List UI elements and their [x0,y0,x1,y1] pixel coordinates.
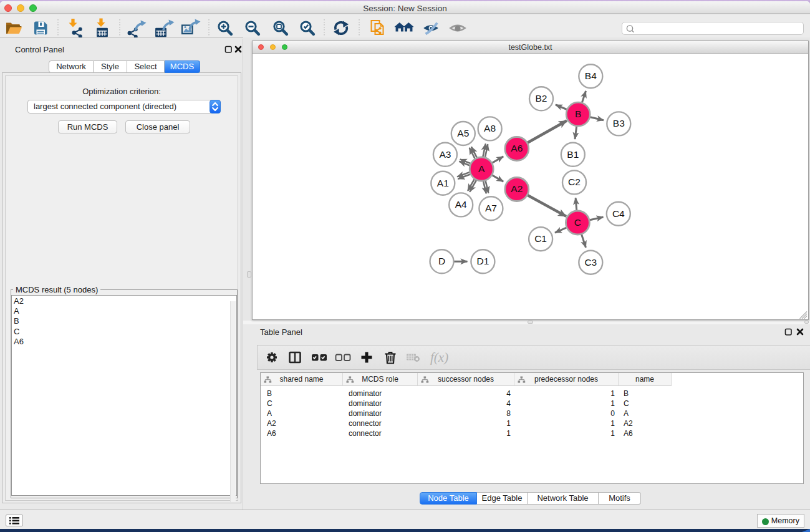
svg-text:C1: C1 [534,233,547,244]
svg-text:B3: B3 [613,118,625,128]
svg-text:C4: C4 [612,208,625,219]
svg-text:A7: A7 [485,203,497,213]
svg-text:A4: A4 [455,199,467,210]
svg-text:D: D [438,256,445,266]
svg-text:B: B [575,109,581,119]
svg-text:A5: A5 [457,128,469,138]
svg-text:C3: C3 [584,257,597,268]
svg-text:f(x): f(x) [430,350,448,365]
svg-text:A6: A6 [511,143,523,153]
svg-text:A3: A3 [439,149,451,160]
svg-text:D1: D1 [476,256,489,266]
svg-text:B2: B2 [536,93,547,104]
svg-text:A1: A1 [437,178,449,188]
svg-text:C: C [574,217,581,228]
svg-text:C2: C2 [568,177,581,187]
svg-text:A: A [478,163,485,174]
svg-text:B1: B1 [567,149,579,160]
svg-text:A8: A8 [484,123,496,133]
svg-text:A2: A2 [511,183,523,194]
svg-text:B4: B4 [585,70,597,81]
